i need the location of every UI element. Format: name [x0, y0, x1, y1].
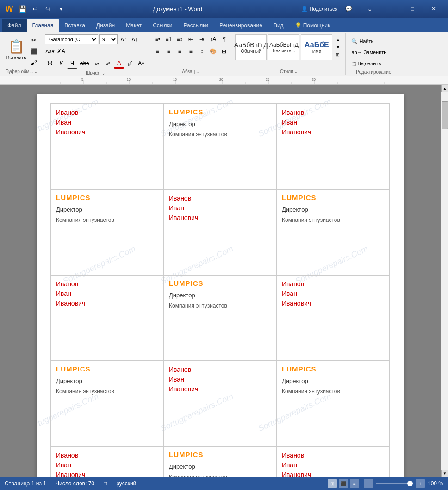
scroll-track[interactable] — [441, 92, 448, 470]
align-center-button[interactable]: ≡ — [163, 46, 174, 57]
replace-button[interactable]: ab→ Заменить — [348, 47, 389, 57]
customize-qa-icon[interactable]: ▼ — [56, 3, 67, 14]
bold-button[interactable]: Ж — [45, 58, 55, 69]
tab-view[interactable]: Вид — [268, 19, 289, 32]
align-left-button[interactable]: ≡ — [152, 46, 162, 57]
org-6: Компания энтузиастов — [282, 388, 385, 395]
highlight-button[interactable]: 🖊 — [125, 58, 135, 69]
company-1: LUMPICS — [169, 108, 272, 116]
ribbon-display-icon[interactable]: ⌄ — [359, 0, 380, 18]
zoom-thumb — [407, 481, 413, 486]
font-row-3: Ж К Ч abc x₂ x² A 🖊 A▾ — [45, 58, 146, 69]
borders-button[interactable]: ⊞ — [219, 46, 229, 57]
change-case-button[interactable]: Аа▾ — [45, 46, 55, 57]
card-5-name-col: ИвановИванИванович — [282, 279, 385, 308]
minimize-button[interactable]: ─ — [380, 0, 402, 18]
superscript-button[interactable]: x² — [103, 58, 113, 69]
undo-icon[interactable]: ↩ — [30, 3, 41, 14]
clipboard-label: Буфер обм... ⌄ — [5, 68, 39, 74]
numbering-button[interactable]: ≡1 — [163, 34, 174, 44]
styles-more-button[interactable]: ⊞ — [333, 51, 343, 58]
copy-button[interactable]: ⬛ — [29, 46, 39, 57]
card-6-name-col: ИвановИванИванович — [169, 365, 272, 394]
position-6: Директор — [282, 377, 385, 384]
select-button[interactable]: ⬚ Выделить — [348, 58, 384, 69]
align-right-button[interactable]: ≡ — [174, 46, 185, 57]
paragraph-expand-icon[interactable]: ⌄ — [196, 69, 199, 74]
cut-button[interactable]: ✂ — [29, 35, 39, 45]
paste-button[interactable]: 📋 Вставить — [5, 34, 28, 64]
multilevel-button[interactable]: ≡↕ — [174, 34, 185, 44]
line-spacing-button[interactable]: ↕ — [197, 46, 207, 57]
card-name-3: ИвановИванИванович — [169, 194, 272, 223]
close-button[interactable]: ✕ — [423, 0, 444, 18]
font-family-select[interactable]: Garamond (C — [45, 34, 98, 44]
font-expand-icon[interactable]: ⌄ — [102, 71, 106, 75]
clipboard-expand-icon[interactable]: ⌄ — [34, 69, 38, 74]
format-painter-button[interactable]: 🖌 — [29, 57, 39, 68]
show-formatting-button[interactable]: ¶ — [219, 34, 229, 44]
bullets-button[interactable]: ≡• — [152, 34, 162, 44]
styles-scroll: ▲ ▼ ⊞ — [333, 34, 342, 60]
increase-indent-button[interactable]: ⇥ — [197, 34, 207, 44]
styles-up-button[interactable]: ▲ — [333, 36, 343, 44]
share-button[interactable]: 👤 Поделиться — [301, 0, 338, 18]
style-normal-label: Обычный — [241, 49, 261, 54]
save-icon[interactable]: 💾 — [17, 3, 28, 14]
tab-help[interactable]: 💡 Помощник — [289, 19, 336, 32]
paragraph-group-content: ≡• ≡1 ≡↕ ⇤ ⇥ ↕A ¶ ≡ ≡ ≡ ≡ ↕ 🎨 ⊞ — [152, 34, 229, 68]
quick-access-toolbar: W 💾 ↩ ↪ ▼ — [4, 3, 67, 14]
redo-icon[interactable]: ↪ — [43, 3, 54, 14]
shading-para-button[interactable]: 🎨 — [208, 46, 218, 57]
scroll-up-button[interactable]: ▲ — [441, 85, 448, 92]
clear-format-button[interactable]: ✗A — [56, 46, 66, 57]
print-view-button[interactable]: ⊞ — [328, 479, 337, 488]
card-1-info: LUMPICS Директор Компания энтузиастов — [164, 104, 277, 189]
style-heading[interactable]: АаБбЕ Имя — [301, 34, 332, 60]
style-heading-label: Имя — [312, 49, 321, 54]
svg-text:30: 30 — [312, 78, 316, 81]
shading-button[interactable]: A▾ — [136, 58, 146, 69]
web-view-button[interactable]: ⬛ — [339, 479, 348, 488]
tab-layout[interactable]: Макет — [120, 19, 147, 32]
maximize-button[interactable]: □ — [402, 0, 423, 18]
tab-home[interactable]: Главная — [27, 19, 59, 32]
sort-button[interactable]: ↕A — [208, 34, 218, 44]
tab-mailings[interactable]: Рассылки — [178, 19, 214, 32]
scroll-down-button[interactable]: ▼ — [441, 470, 448, 477]
vertical-scrollbar[interactable]: ▲ ▼ — [441, 85, 448, 477]
font-size-select[interactable]: 9 — [99, 34, 118, 44]
svg-text:25: 25 — [266, 78, 269, 81]
text-color-button[interactable]: A — [114, 58, 124, 69]
document-page: Sortugperepairs.Com Sortugperepairs.Com … — [37, 94, 404, 477]
italic-button[interactable]: К — [56, 58, 66, 69]
tab-review[interactable]: Рецензирование — [214, 19, 268, 32]
language-icon: □ — [104, 480, 107, 487]
card-2-name: ИвановИванИванович — [277, 104, 390, 189]
decrease-font-button[interactable]: A↓ — [130, 34, 140, 44]
zoom-level: 100 % — [428, 480, 443, 487]
styles-expand-icon[interactable]: ⌄ — [294, 69, 298, 74]
strikethrough-button[interactable]: abc — [78, 58, 91, 69]
outline-view-button[interactable]: ≡ — [350, 479, 359, 488]
tab-insert[interactable]: Вставка — [59, 19, 91, 32]
style-no-spacing[interactable]: АаБбВвГгД Без инте... — [268, 34, 299, 60]
styles-label: Стили ⌄ — [235, 68, 342, 74]
zoom-out-button[interactable]: − — [364, 479, 373, 488]
decrease-indent-button[interactable]: ⇤ — [186, 34, 196, 44]
zoom-in-button[interactable]: + — [416, 479, 425, 488]
tab-references[interactable]: Ссылки — [147, 19, 178, 32]
editing-label: Редактирование — [348, 69, 398, 75]
find-button[interactable]: 🔍 Найти — [348, 36, 376, 46]
subscript-button[interactable]: x₂ — [92, 58, 102, 69]
justify-button[interactable]: ≡ — [186, 46, 196, 57]
zoom-slider[interactable] — [376, 483, 413, 484]
increase-font-button[interactable]: A↑ — [118, 34, 129, 44]
scroll-thumb[interactable] — [442, 101, 448, 129]
comments-icon[interactable]: 💬 — [338, 0, 359, 18]
underline-button[interactable]: Ч — [67, 58, 77, 69]
styles-down-button[interactable]: ▼ — [333, 44, 343, 51]
tab-file[interactable]: Файл — [2, 19, 27, 32]
style-normal[interactable]: АаБбВвГгД Обычный — [235, 34, 267, 60]
tab-design[interactable]: Дизайн — [91, 19, 120, 32]
